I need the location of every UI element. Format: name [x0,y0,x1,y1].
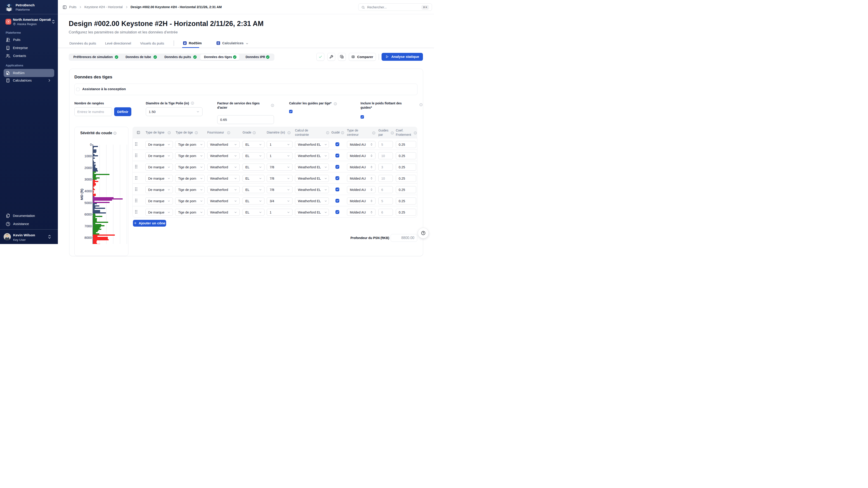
svg-text:3000: 3000 [85,177,92,181]
svg-text:2000: 2000 [85,166,92,170]
svg-text:5000: 5000 [85,201,92,205]
svg-text:8000: 8000 [85,236,92,239]
svg-text:4000: 4000 [85,189,92,193]
svg-text:1000: 1000 [85,154,92,158]
svg-text:6000: 6000 [85,213,92,216]
svg-text:0: 0 [90,143,92,147]
svg-text:P: P [7,4,11,8]
svg-text:7000: 7000 [85,224,92,228]
